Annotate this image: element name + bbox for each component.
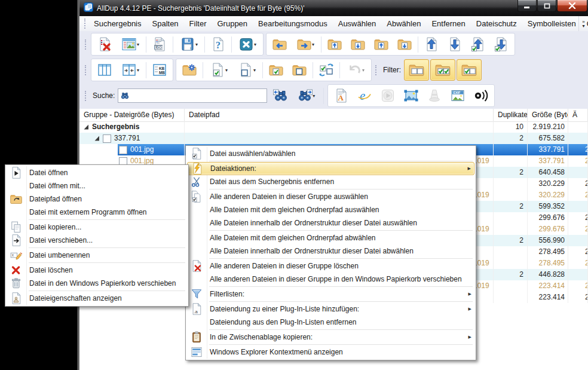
column-header-dateipfad[interactable]: Dateipfad bbox=[185, 109, 494, 121]
vlc-player-button[interactable] bbox=[423, 86, 446, 105]
previous-group-button[interactable] bbox=[370, 35, 393, 54]
context-menu-item-in-die-zwischenablage-kopieren[interactable]: In die Zwischenablage kopieren:▶ bbox=[187, 331, 474, 344]
dropdown-arrow-icon[interactable]: ▾ bbox=[253, 68, 256, 73]
context-menu-item-alle-dateien-innerhalb-der-ordnerstruktur-dieser-datei-abwählen[interactable]: Alle Dateien innerhalb der Ordnerstruktu… bbox=[187, 244, 474, 258]
next-selected-file-button[interactable] bbox=[490, 35, 513, 54]
context-menu-item-dateiaktionen[interactable]: Dateiaktionen:▶ bbox=[187, 162, 474, 175]
context-menu-item-datei-auswählen-abwählen[interactable]: Datei auswählen/abwählen bbox=[187, 147, 474, 160]
toolbar-overflow-button[interactable]: »▾ bbox=[578, 16, 588, 31]
file-actions-submenu-item-datei-öffnen-mit[interactable]: Datei öffnen mit... bbox=[7, 179, 187, 192]
media-player-button[interactable] bbox=[376, 86, 399, 105]
find-next-button[interactable]: ▾ bbox=[292, 86, 320, 105]
next-file-button[interactable] bbox=[443, 35, 466, 54]
file-actions-submenu-item-datei-umbenennen[interactable]: xDatei umbenennen bbox=[7, 249, 187, 262]
menu-filter[interactable]: Filter bbox=[184, 17, 212, 30]
text-viewer-button[interactable]: A bbox=[330, 86, 353, 105]
log-button[interactable]: LOG bbox=[148, 35, 171, 54]
previous-folder-button[interactable] bbox=[268, 35, 291, 54]
column-header-ä[interactable]: Ä bbox=[568, 109, 588, 121]
file-actions-submenu-item-datei-in-den-windows-papierkorb-verschieben[interactable]: Datei in den Windows Papierkorb verschie… bbox=[7, 277, 187, 290]
file-actions-submenu-item-datei-kopieren[interactable]: Datei kopieren... bbox=[7, 221, 187, 234]
dropdown-arrow-icon[interactable]: ▾ bbox=[313, 93, 315, 99]
file-actions-submenu-item-datei-öffnen[interactable]: Datei öffnen bbox=[7, 166, 187, 179]
toolbar-drag-handle[interactable] bbox=[85, 39, 88, 50]
first-group-button[interactable] bbox=[323, 35, 346, 54]
group-settings-button[interactable] bbox=[178, 60, 201, 79]
minimize-button[interactable] bbox=[517, 0, 537, 12]
deselect-group-button[interactable] bbox=[288, 60, 311, 79]
context-menu-item-alle-dateien-innerhalb-der-ordnerstruktur-dieser-datei-auswählen[interactable]: Alle Dateien innerhalb der Ordnerstruktu… bbox=[187, 216, 474, 230]
previous-file-button[interactable] bbox=[420, 35, 443, 54]
title-bar[interactable]: AllDup 4.4.12 PE - Suchergebnis 'Dateiin… bbox=[79, 0, 588, 17]
menu-spalten[interactable]: Spalten bbox=[147, 17, 184, 30]
next-group-button[interactable] bbox=[393, 35, 416, 54]
dropdown-arrow-icon[interactable]: ▾ bbox=[254, 42, 256, 47]
dropdown-arrow-icon[interactable]: ▾ bbox=[362, 68, 365, 73]
file-actions-submenu-item-dateieigenschaften-anzeigen[interactable]: Dateieigenschaften anzeigen bbox=[7, 292, 187, 305]
dropdown-arrow-icon[interactable]: ▾ bbox=[195, 42, 198, 47]
context-menu-item-dateiendung-zu-einer-plug-in-liste-hinzufügen[interactable]: .aDateiendung zu einer Plug-In-Liste hin… bbox=[187, 302, 474, 316]
result-root-row[interactable]: Suchergebnis102.919.210 bbox=[79, 121, 588, 133]
context-menu-item-alle-anderen-dateien-in-dieser-gruppe-in-den-windows-papierkorb-verschieben[interactable]: Alle anderen Dateien in dieser Gruppe in… bbox=[187, 273, 474, 286]
browser-preview-button[interactable]: e bbox=[353, 86, 376, 105]
context-menu-item-dateiendung-aus-den-plug-in-listen-entfernen[interactable]: Dateiendung aus den Plug-In-Listen entfe… bbox=[187, 316, 474, 329]
context-menu-item-alle-anderen-dateien-in-dieser-gruppe-löschen[interactable]: Alle anderen Dateien in dieser Gruppe lö… bbox=[187, 259, 474, 273]
column-width-button[interactable]: ▾ bbox=[117, 60, 144, 79]
menu-gruppen[interactable]: Gruppen bbox=[212, 17, 253, 30]
expand-triangle-icon[interactable] bbox=[84, 124, 89, 130]
duplicate-group-row[interactable]: 337.7912675.582 bbox=[79, 133, 588, 144]
dropdown-arrow-icon[interactable]: ▾ bbox=[312, 42, 314, 47]
dropdown-arrow-icon[interactable]: ▾ bbox=[137, 42, 139, 47]
column-header-duplikate[interactable]: Duplikate bbox=[494, 109, 528, 121]
close-app-button[interactable]: ▾ bbox=[234, 35, 261, 54]
toolbar-drag-handle[interactable] bbox=[85, 65, 88, 75]
audio-player-button[interactable] bbox=[470, 86, 492, 105]
size-unit-button[interactable]: KBMB bbox=[148, 60, 171, 79]
preview-window-button[interactable]: ▾ bbox=[117, 35, 144, 54]
image-viewer-button[interactable] bbox=[400, 86, 422, 105]
filter-show-selected-toggle[interactable] bbox=[430, 59, 455, 81]
context-menu-item-alle-dateien-mit-dem-gleichen-ordnerpfad-auswählen[interactable]: Alle Dateien mit dem gleichen Ordnerpfad… bbox=[187, 203, 474, 216]
expand-triangle-icon[interactable] bbox=[94, 136, 100, 141]
select-file-button[interactable]: ▾ bbox=[205, 60, 232, 79]
menu-suchergebnis[interactable]: Suchergebnis bbox=[88, 17, 147, 30]
close-search-result-button[interactable] bbox=[93, 35, 116, 54]
exif-viewer-button[interactable]: EXIF bbox=[446, 86, 469, 105]
help-button[interactable]: ? bbox=[207, 35, 229, 54]
select-group-button[interactable] bbox=[265, 60, 287, 79]
deselect-file-button[interactable]: ▾ bbox=[233, 60, 261, 79]
find-previous-button[interactable] bbox=[270, 86, 292, 105]
menu-abwählen[interactable]: Abwählen bbox=[381, 17, 426, 30]
context-menu-item-datei-aus-dem-suchergebnis-entfernen[interactable]: Datei aus dem Suchergebnis entfernen bbox=[187, 175, 474, 188]
previous-selected-file-button[interactable] bbox=[467, 35, 489, 54]
save-button[interactable]: ▾ bbox=[175, 35, 203, 54]
column-header-größe-bytes[interactable]: Größe (Bytes) bbox=[528, 109, 568, 121]
filter-show-mixed-toggle[interactable] bbox=[457, 59, 482, 81]
column-header-gruppe-dateigröße-bytes[interactable]: Gruppe - Dateigröße (Bytes) bbox=[79, 109, 185, 121]
context-menu-item-alle-anderen-dateien-in-dieser-gruppe-auswählen[interactable]: Alle anderen Dateien in dieser Gruppe au… bbox=[187, 190, 474, 203]
last-group-button[interactable] bbox=[347, 35, 369, 54]
row-checkbox[interactable] bbox=[119, 146, 127, 154]
file-actions-submenu-item-datei-löschen[interactable]: Datei löschen bbox=[7, 264, 187, 277]
dropdown-arrow-icon[interactable]: ▾ bbox=[137, 68, 139, 73]
menu-auswählen[interactable]: Auswählen bbox=[333, 17, 382, 30]
toolbar-drag-handle[interactable] bbox=[84, 19, 85, 29]
close-button[interactable] bbox=[557, 0, 587, 12]
row-checkbox[interactable] bbox=[103, 134, 111, 143]
menu-symbolleisten[interactable]: Symbolleisten bbox=[522, 17, 581, 30]
dropdown-arrow-icon[interactable]: ▾ bbox=[225, 68, 228, 73]
filter-show-unselected-toggle[interactable] bbox=[404, 59, 429, 81]
context-menu-item-filterlisten[interactable]: Filterlisten:▶ bbox=[187, 288, 474, 301]
menu-entfernen[interactable]: Entfernen bbox=[426, 17, 470, 30]
columns-button[interactable] bbox=[93, 60, 116, 79]
context-menu-item-alle-dateien-mit-dem-gleichen-ordnerpfad-abwählen[interactable]: Alle Dateien mit dem gleichen Ordnerpfad… bbox=[187, 231, 474, 244]
search-input[interactable] bbox=[130, 90, 267, 102]
context-menu-item-windows-explorer-kontextmenü-anzeigen[interactable]: Windows Explorer Kontextmenü anzeigen bbox=[187, 345, 474, 359]
menu-dateischutz[interactable]: Dateischutz bbox=[471, 17, 522, 30]
maximize-button[interactable] bbox=[537, 0, 556, 12]
invert-selection-button[interactable] bbox=[315, 60, 338, 79]
next-folder-button[interactable]: ▾ bbox=[292, 35, 319, 54]
undo-button[interactable]: ▾ bbox=[342, 60, 369, 79]
file-actions-submenu-item-dateipfad-öffnen[interactable]: Dateipfad öffnen bbox=[7, 192, 187, 206]
toolbar-drag-handle[interactable] bbox=[85, 91, 88, 101]
